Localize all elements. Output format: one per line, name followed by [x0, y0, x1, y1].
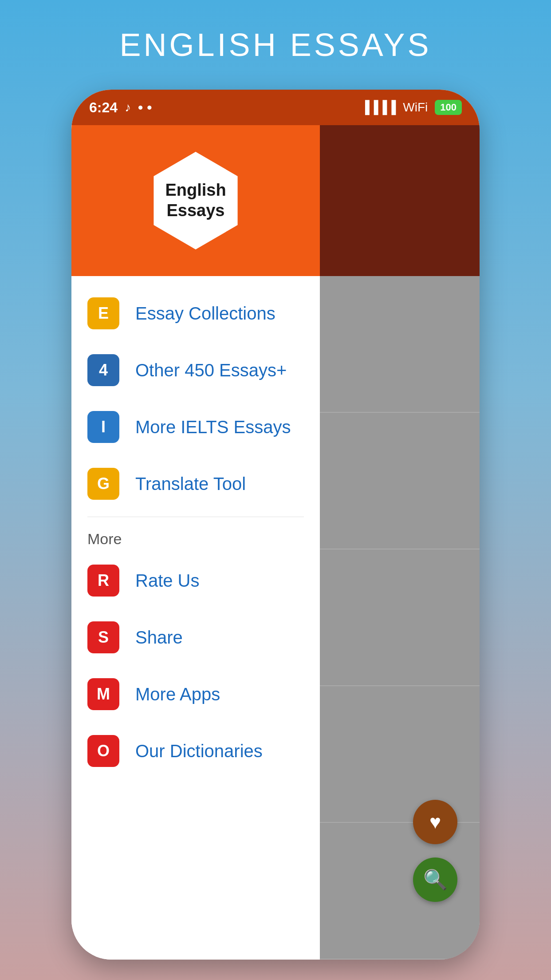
more-apps-label: More Apps	[135, 684, 220, 704]
menu-item-ielts-essays[interactable]: I More IELTS Essays	[71, 399, 320, 455]
battery-badge: 100	[435, 100, 462, 115]
signal-icon: ▐▐▐▐	[361, 100, 396, 115]
essay-collections-label: Essay Collections	[135, 304, 276, 324]
fab-heart-button[interactable]: ♥	[413, 800, 457, 844]
right-gray-2	[320, 413, 480, 549]
menu-item-other-essays[interactable]: 4 Other 450 Essays+	[71, 342, 320, 399]
other-essays-icon: 4	[87, 354, 119, 386]
status-time: 6:24	[89, 99, 118, 116]
share-icon: S	[87, 621, 119, 653]
right-gray-3	[320, 549, 480, 686]
menu-list: E Essay Collections 4 Other 450 Essays+ …	[71, 276, 320, 960]
menu-item-more-apps[interactable]: M More Apps	[71, 666, 320, 723]
left-panel: EnglishEssays E Essay Collections 4 Othe…	[71, 125, 320, 960]
notification-dots: • •	[138, 99, 152, 116]
more-section-header: More	[71, 522, 320, 552]
page-title: ENGLISH ESSAYS	[120, 27, 432, 63]
app-header: EnglishEssays	[71, 125, 320, 276]
right-dark-section	[320, 125, 480, 276]
more-apps-icon: M	[87, 678, 119, 710]
our-dictionaries-label: Our Dictionaries	[135, 741, 263, 761]
menu-item-translate-tool[interactable]: G Translate Tool	[71, 455, 320, 512]
fab-search-button[interactable]: 🔍	[413, 858, 457, 902]
right-content-sections	[320, 276, 480, 960]
rate-us-icon: R	[87, 565, 119, 597]
ielts-essays-label: More IELTS Essays	[135, 417, 291, 437]
app-content: EnglishEssays E Essay Collections 4 Othe…	[71, 125, 480, 960]
our-dictionaries-icon: O	[87, 735, 119, 767]
essay-collections-icon: E	[87, 297, 119, 329]
other-essays-label: Other 450 Essays+	[135, 360, 287, 380]
menu-item-rate-us[interactable]: R Rate Us	[71, 552, 320, 609]
status-right: ▐▐▐▐ WiFi 100	[361, 100, 462, 115]
logo-hexagon: EnglishEssays	[147, 152, 244, 249]
tiktok-icon: ♪	[125, 100, 131, 115]
logo-text: EnglishEssays	[165, 180, 226, 221]
divider	[87, 517, 304, 517]
search-icon: 🔍	[423, 868, 448, 891]
right-gray-4	[320, 686, 480, 823]
right-gray-1	[320, 276, 480, 413]
menu-item-essay-collections[interactable]: E Essay Collections	[71, 285, 320, 342]
right-panel: ♥ 🔍	[320, 125, 480, 960]
translate-tool-icon: G	[87, 468, 119, 500]
wifi-icon: WiFi	[403, 100, 428, 115]
right-gray-5	[320, 823, 480, 960]
menu-item-share[interactable]: S Share	[71, 609, 320, 666]
translate-tool-label: Translate Tool	[135, 474, 246, 494]
ielts-essays-icon: I	[87, 411, 119, 443]
status-bar: 6:24 ♪ • • ▐▐▐▐ WiFi 100	[71, 90, 480, 125]
heart-icon: ♥	[429, 811, 441, 833]
rate-us-label: Rate Us	[135, 571, 200, 591]
menu-item-our-dictionaries[interactable]: O Our Dictionaries	[71, 723, 320, 779]
status-left: 6:24 ♪ • •	[89, 99, 152, 116]
share-label: Share	[135, 628, 183, 648]
phone-frame: 6:24 ♪ • • ▐▐▐▐ WiFi 100 EnglishEssays	[71, 90, 480, 960]
